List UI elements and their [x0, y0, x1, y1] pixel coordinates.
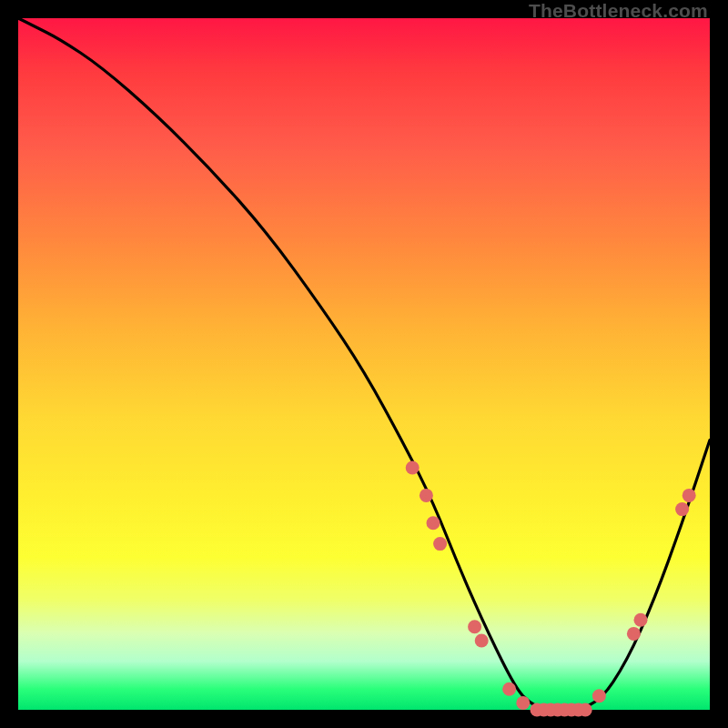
- highlight-point: [427, 516, 440, 530]
- highlight-point: [592, 689, 606, 703]
- highlight-point: [682, 489, 696, 502]
- bottleneck-curve-line: [18, 18, 710, 710]
- chart-frame: TheBottleneck.com: [0, 0, 728, 728]
- highlight-point: [675, 502, 689, 516]
- highlight-point: [406, 461, 420, 475]
- highlight-markers: [406, 461, 696, 717]
- highlight-point: [433, 537, 447, 551]
- highlight-point: [579, 703, 592, 717]
- highlight-point: [516, 696, 530, 710]
- highlight-point: [475, 634, 489, 648]
- highlight-point: [420, 489, 433, 502]
- chart-svg: [18, 18, 710, 710]
- highlight-point: [468, 620, 481, 633]
- highlight-point: [627, 627, 641, 641]
- plot-area: [18, 18, 710, 710]
- highlight-point: [502, 682, 516, 696]
- highlight-point: [634, 613, 648, 627]
